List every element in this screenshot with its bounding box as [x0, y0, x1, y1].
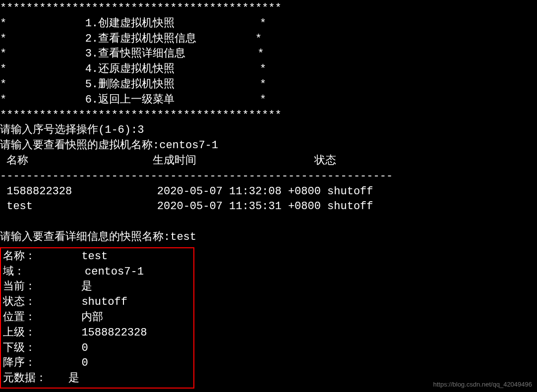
detail-parent-label: 上级：: [3, 326, 81, 341]
detail-state: 状态： shutoff: [3, 295, 191, 310]
menu-border-top: ****************************************…: [0, 1, 537, 16]
detail-state-value: shutoff: [81, 295, 127, 310]
detail-metadata-value: 是: [68, 371, 79, 387]
detail-children: 下级： 0: [3, 341, 191, 356]
detail-children-label: 下级：: [3, 341, 81, 356]
snapshot-table-divider: ----------------------------------------…: [0, 169, 537, 184]
detail-parent-value: 1588822328: [81, 326, 147, 341]
blank-line: [0, 215, 537, 230]
snapshot-table-header: 名称 生成时间 状态: [0, 154, 537, 169]
prompt-snapshot-name[interactable]: 请输入要查看详细信息的快照名称:test: [0, 230, 537, 245]
detail-domain: 域： centos7-1: [3, 265, 191, 280]
menu-item-4: * 4.还原虚拟机快照 *: [0, 62, 537, 77]
detail-children-value: 0: [81, 341, 88, 356]
detail-state-label: 状态：: [3, 295, 81, 310]
prompt-select-operation[interactable]: 请输入序号选择操作(1-6):3: [0, 123, 537, 138]
menu-item-2: * 2.查看虚拟机快照信息 *: [0, 32, 537, 47]
snapshot-table-row: test 2020-05-07 11:35:31 +0800 shutoff: [0, 199, 537, 215]
detail-current-value: 是: [81, 280, 92, 295]
detail-name: 名称： test: [3, 249, 191, 265]
detail-name-label: 名称：: [3, 249, 81, 265]
detail-metadata: 元数据： 是: [3, 371, 191, 387]
menu-item-6: * 6.返回上一级菜单 *: [0, 93, 537, 108]
detail-metadata-label: 元数据：: [3, 371, 68, 387]
detail-domain-value: centos7-1: [81, 265, 143, 280]
watermark-text: https://blog.csdn.net/qq_42049496: [433, 380, 533, 389]
detail-descendants-value: 0: [81, 356, 88, 371]
detail-parent: 上级： 1588822328: [3, 326, 191, 341]
detail-current-label: 当前：: [3, 280, 81, 295]
snapshot-detail-box: 名称： test 域： centos7-1 当前： 是 状态： shutoff …: [0, 247, 194, 389]
menu-item-1: * 1.创建虚拟机快照 *: [0, 16, 537, 32]
detail-location-label: 位置：: [3, 310, 81, 326]
detail-descendants: 降序： 0: [3, 356, 191, 371]
snapshot-table-row: 1588822328 2020-05-07 11:32:08 +0800 shu…: [0, 184, 537, 200]
detail-current: 当前： 是: [3, 280, 191, 295]
detail-location: 位置： 内部: [3, 310, 191, 326]
detail-location-value: 内部: [81, 310, 103, 326]
menu-item-5: * 5.删除虚拟机快照 *: [0, 77, 537, 93]
menu-item-3: * 3.查看快照详细信息 *: [0, 47, 537, 62]
prompt-vm-name[interactable]: 请输入要查看快照的虚拟机名称:centos7-1: [0, 138, 537, 154]
detail-descendants-label: 降序：: [3, 356, 81, 371]
detail-domain-label: 域：: [3, 265, 81, 280]
terminal-output: ****************************************…: [0, 0, 537, 389]
detail-name-value: test: [81, 249, 108, 265]
menu-border-bottom: ****************************************…: [0, 108, 537, 123]
